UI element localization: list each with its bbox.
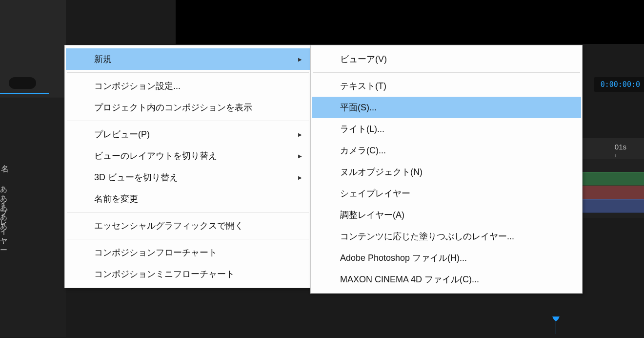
menu-separator: [67, 72, 309, 73]
menu-item-label: エッセンシャルグラフィックスで開く: [94, 220, 301, 232]
menu-separator: [313, 72, 580, 73]
timeline-panel-left: [0, 98, 66, 337]
menu-item-label: プレビュー(P): [94, 128, 301, 140]
column-header-source-name: 名: [1, 164, 9, 174]
menu-item-label: 調整レイヤー(A): [340, 209, 572, 221]
menu-item-label: 新規: [94, 53, 301, 65]
menu-item-label: ヌルオブジェクト(N): [340, 166, 572, 178]
menu-item[interactable]: ビューア(V): [312, 48, 581, 70]
menu-item[interactable]: エッセンシャルグラフィックスで開く: [66, 215, 310, 236]
menu-item-label: ビューのレイアウトを切り替え: [94, 150, 301, 162]
menu-item[interactable]: プレビュー(P)▶: [66, 124, 310, 145]
menu-item-label: コンポジション設定...: [94, 80, 301, 92]
menu-item[interactable]: 平面(S)...: [312, 97, 581, 118]
menu-item-label: MAXON CINEMA 4D ファイル(C)...: [340, 274, 572, 285]
toggle-switch[interactable]: [9, 77, 36, 89]
layer-bar-1[interactable]: [576, 172, 644, 186]
menu-item-label: 平面(S)...: [340, 102, 572, 113]
menu-item[interactable]: コンポジションフローチャート: [66, 242, 310, 263]
menu-item-label: ライト(L)...: [340, 123, 572, 135]
menu-separator: [67, 121, 309, 121]
menu-item[interactable]: 3D ビューを切り替え▶: [66, 167, 310, 188]
submenu-new[interactable]: ビューア(V)テキスト(T)平面(S)...ライト(L)...カメラ(C)...…: [310, 45, 583, 294]
menu-item-label: プロジェクト内のコンポジションを表示: [94, 102, 301, 113]
layer-name-2[interactable]: イプレイヤー: [0, 199, 7, 255]
menu-item[interactable]: プロジェクト内のコンポジションを表示: [66, 97, 310, 118]
menu-item-label: テキスト(T): [340, 80, 572, 92]
menu-item[interactable]: シェイプレイヤー: [312, 183, 581, 204]
menu-item[interactable]: コンテンツに応じた塗りつぶしのレイヤー...: [312, 226, 581, 247]
current-timecode[interactable]: 0:00:00:0: [594, 77, 644, 92]
menu-item[interactable]: ライト(L)...: [312, 118, 581, 140]
time-ruler-label: 01s: [615, 143, 626, 151]
menu-item[interactable]: Adobe Photoshop ファイル(H)...: [312, 247, 581, 269]
menu-item-label: ビューア(V): [340, 53, 572, 65]
menu-item-label: シェイプレイヤー: [340, 188, 572, 199]
menu-separator: [67, 212, 309, 212]
menu-item-label: コンポジションミニフローチャート: [94, 268, 301, 280]
context-menu-composition[interactable]: 新規▶コンポジション設定...プロジェクト内のコンポジションを表示プレビュー(P…: [64, 45, 311, 288]
menu-item[interactable]: コンポジションミニフローチャート: [66, 263, 310, 285]
menu-item-label: 名前を変更: [94, 193, 301, 205]
menu-item[interactable]: テキスト(T): [312, 75, 581, 97]
playhead-icon[interactable]: [552, 317, 560, 321]
menu-item-label: コンテンツに応じた塗りつぶしのレイヤー...: [340, 231, 572, 242]
playhead-line[interactable]: [556, 319, 556, 334]
menu-item[interactable]: ヌルオブジェクト(N): [312, 161, 581, 183]
menu-item[interactable]: 名前を変更: [66, 188, 310, 210]
layer-bar-2[interactable]: [576, 186, 644, 199]
layer-bar-3[interactable]: [576, 199, 644, 213]
menu-item-label: コンポジションフローチャート: [94, 247, 301, 258]
time-ruler-tick: [615, 154, 616, 157]
active-tab-underline: [0, 93, 49, 94]
composition-viewer[interactable]: [176, 0, 644, 44]
panel-divider: [0, 98, 66, 98]
time-ruler[interactable]: [576, 138, 644, 159]
menu-item-label: Adobe Photoshop ファイル(H)...: [340, 252, 572, 264]
menu-item[interactable]: 調整レイヤー(A): [312, 204, 581, 226]
menu-item[interactable]: カメラ(C)...: [312, 140, 581, 161]
menu-separator: [67, 239, 309, 239]
menu-item-label: 3D ビューを切り替え: [94, 171, 301, 183]
menu-item-label: カメラ(C)...: [340, 145, 572, 156]
menu-item[interactable]: MAXON CINEMA 4D ファイル(C)...: [312, 269, 581, 290]
menu-item[interactable]: ビューのレイアウトを切り替え▶: [66, 145, 310, 167]
menu-item[interactable]: コンポジション設定...: [66, 75, 310, 97]
menu-item[interactable]: 新規▶: [66, 48, 310, 70]
